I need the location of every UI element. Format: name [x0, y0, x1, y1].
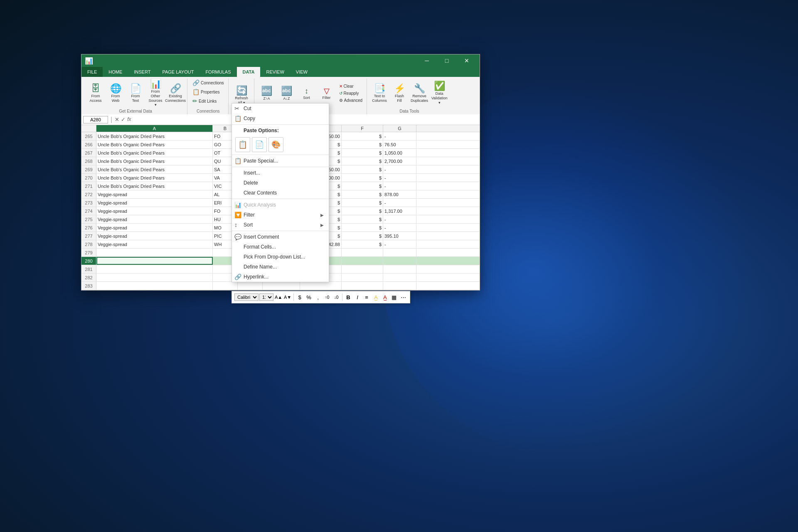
cell[interactable]: $	[342, 182, 383, 190]
cell[interactable]: -	[383, 215, 416, 223]
cell[interactable]: $	[342, 165, 383, 173]
filter-button[interactable]: ▽ Filter	[318, 86, 336, 101]
data-validation-button[interactable]: ✅ DataValidation ▾	[430, 81, 448, 106]
cell[interactable]	[96, 265, 213, 273]
cell[interactable]: Veggie-spread	[96, 199, 213, 207]
cell[interactable]	[96, 257, 213, 265]
ctx-copy[interactable]: 📋 Copy	[232, 113, 329, 123]
currency-button[interactable]: $	[296, 293, 304, 301]
cell[interactable]: 1,317.00	[383, 207, 416, 215]
tab-review[interactable]: REVIEW	[260, 67, 290, 77]
bold-button[interactable]: B	[344, 293, 352, 301]
tab-home[interactable]: HOME	[103, 67, 128, 77]
insert-function-icon[interactable]: fx	[127, 116, 131, 123]
cell[interactable]: Veggie-spread	[96, 224, 213, 232]
cell[interactable]	[383, 282, 416, 290]
cell[interactable]: $	[342, 190, 383, 198]
tab-page-layout[interactable]: PAGE LAYOUT	[156, 67, 200, 77]
cell[interactable]	[238, 282, 263, 290]
cell[interactable]	[96, 249, 213, 256]
comma-button[interactable]: ,	[314, 293, 322, 301]
tab-file[interactable]: FILE	[81, 67, 103, 77]
font-selector[interactable]: Calibri	[234, 293, 259, 301]
cell[interactable]: Uncle Bob's Organic Dried Pears	[96, 174, 213, 182]
paste-icon-values[interactable]: 📄	[252, 137, 267, 152]
cell[interactable]: $	[342, 132, 383, 140]
cancel-formula-icon[interactable]: ✕	[115, 116, 119, 123]
reapply-button[interactable]: ↺ Reapply	[337, 90, 364, 96]
sort-az-button[interactable]: 🔤 Z↑A	[258, 86, 276, 101]
cell[interactable]: 2,700.00	[383, 157, 416, 165]
ctx-delete[interactable]: Delete	[232, 178, 329, 188]
cell[interactable]: Uncle Bob's Organic Dried Pears	[96, 157, 213, 165]
more-button[interactable]: ⋯	[399, 293, 407, 301]
ctx-quick-analysis[interactable]: 📊 Quick Analysis	[232, 200, 329, 210]
cell[interactable]: Veggie-spread	[96, 240, 213, 248]
ctx-paste-special[interactable]: 📋 Paste Special...	[232, 156, 329, 166]
cell[interactable]: $	[342, 240, 383, 248]
cell[interactable]	[96, 273, 213, 281]
cell[interactable]: -	[383, 182, 416, 190]
advanced-button[interactable]: ⚙ Advanced	[337, 97, 364, 103]
cell[interactable]: Uncle Bob's Organic Dried Pears	[96, 140, 213, 148]
ctx-clear-contents[interactable]: Clear Contents	[232, 188, 329, 198]
cell[interactable]: $	[342, 232, 383, 240]
cell[interactable]	[383, 249, 416, 256]
cell[interactable]	[300, 282, 342, 290]
close-button[interactable]: ✕	[457, 54, 476, 67]
align-button[interactable]: ≡	[362, 293, 371, 301]
ctx-cut[interactable]: ✂ Cut	[232, 103, 329, 113]
confirm-formula-icon[interactable]: ✓	[121, 116, 126, 123]
cell[interactable]	[263, 282, 300, 290]
col-header-g[interactable]: G	[383, 125, 416, 132]
existing-connections-button[interactable]: 🔗 ExistingConnections	[166, 83, 185, 104]
cell[interactable]	[383, 265, 416, 273]
remove-duplicates-button[interactable]: 🔧 RemoveDuplicates	[410, 83, 429, 104]
font-color-button[interactable]: A̲	[381, 293, 389, 301]
cell[interactable]: $	[342, 140, 383, 148]
font-grow-button[interactable]: A▲	[274, 293, 283, 301]
col-header-f[interactable]: F	[342, 125, 383, 132]
tab-view[interactable]: VIEW	[290, 67, 313, 77]
sort-za-button[interactable]: 🔤 A↓Z	[278, 86, 296, 101]
ctx-insert[interactable]: Insert...	[232, 168, 329, 178]
cell[interactable]: $	[342, 199, 383, 207]
paste-icon-default[interactable]: 📋	[235, 137, 250, 152]
cell[interactable]: -	[383, 174, 416, 182]
cell[interactable]: $	[342, 174, 383, 182]
cell[interactable]	[342, 257, 383, 265]
sort-button[interactable]: ↕ Sort	[298, 86, 316, 101]
ctx-format-cells[interactable]: Format Cells...	[232, 242, 329, 252]
minimize-button[interactable]: ─	[417, 54, 436, 67]
ctx-filter[interactable]: 🔽 Filter ▶	[232, 210, 329, 220]
cell[interactable]: -	[383, 240, 416, 248]
cell[interactable]	[96, 282, 213, 290]
ctx-define-name[interactable]: Define Name...	[232, 262, 329, 272]
italic-button[interactable]: I	[353, 293, 362, 301]
ctx-pick-dropdown[interactable]: Pick From Drop-down List...	[232, 252, 329, 262]
cell[interactable]: 878.00	[383, 190, 416, 198]
tab-formulas[interactable]: FORMULAS	[200, 67, 236, 77]
properties-button[interactable]: 📋 Properties	[191, 88, 222, 96]
percent-button[interactable]: %	[305, 293, 313, 301]
cell[interactable]: $	[342, 149, 383, 157]
ctx-hyperlink[interactable]: 🔗 Hyperlink...	[232, 272, 329, 282]
cell[interactable]	[213, 282, 238, 290]
cell[interactable]	[383, 257, 416, 265]
table-row[interactable]: 283	[81, 282, 480, 290]
cell[interactable]	[383, 273, 416, 281]
cell[interactable]: Veggie-spread	[96, 207, 213, 215]
from-text-button[interactable]: 📄 FromText	[126, 83, 145, 104]
highlight-button[interactable]: A̲	[372, 293, 380, 301]
cell[interactable]: $	[342, 207, 383, 215]
cell[interactable]: Uncle Bob's Organic Dried Pears	[96, 165, 213, 173]
connections-button[interactable]: 🔗 Connections	[191, 79, 226, 87]
col-header-a[interactable]: A	[96, 125, 213, 132]
ctx-insert-comment[interactable]: 💬 Insert Comment	[232, 232, 329, 242]
font-shrink-button[interactable]: A▼	[283, 293, 292, 301]
tab-data[interactable]: DATA	[237, 67, 261, 77]
edit-links-button[interactable]: ✏ Edit Links	[191, 97, 218, 105]
increase-decimal-button[interactable]: ↑0	[323, 293, 331, 301]
clear-button[interactable]: ✕ Clear	[337, 83, 364, 89]
paste-icon-format[interactable]: 🎨	[268, 137, 283, 152]
